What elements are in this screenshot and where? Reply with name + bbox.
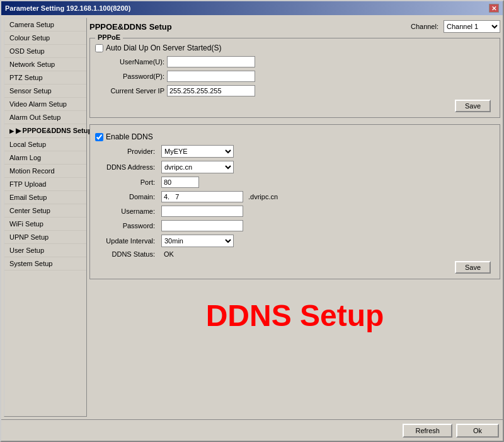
pppoe-group: PPPoE Auto Dial Up On Server Started(S) … [89, 38, 500, 118]
port-label: Port: [95, 178, 155, 186]
password-input[interactable] [167, 71, 255, 82]
auto-dial-row: Auto Dial Up On Server Started(S) [95, 44, 495, 52]
ddns-password-row: Password: [95, 220, 495, 231]
enable-ddns-row: Enable DDNS [95, 132, 495, 141]
username-row: UserName(U): [95, 56, 495, 67]
sidebar: Camera SetupColour SetupOSD SetupNetwork… [4, 18, 87, 417]
sidebar-item-15[interactable]: WiFi Setup [4, 218, 86, 231]
sidebar-item-13[interactable]: Email Setup [4, 191, 86, 204]
sidebar-item-11[interactable]: Motion Record [4, 165, 86, 178]
ddns-group: Enable DDNS Provider: MyEYE DDNS Address… [89, 124, 500, 279]
server-ip-input[interactable] [167, 85, 255, 96]
domain-label: Domain: [95, 193, 155, 201]
update-interval-row: Update Interval: 30min [95, 235, 495, 247]
refresh-button[interactable]: Refresh [403, 424, 452, 438]
big-label: DDNS Setup [89, 286, 500, 346]
auto-dial-label: Auto Dial Up On Server Started(S) [106, 44, 221, 52]
close-button[interactable]: ✕ [489, 4, 499, 13]
provider-label: Provider: [95, 148, 155, 155]
username-input[interactable] [167, 56, 255, 67]
ok-button[interactable]: Ok [456, 424, 499, 438]
window-title: Parameter Setting 192.168.1.100(8200) [5, 4, 130, 12]
sidebar-item-9[interactable]: Local Setup [4, 138, 86, 151]
ddns-address-row: DDNS Address: dvripc.cn [95, 161, 495, 173]
password-row: Password(P): [95, 71, 495, 82]
ddns-save-button[interactable]: Save [455, 261, 491, 274]
sidebar-item-0[interactable]: Camera Setup [4, 18, 86, 32]
ddns-username-label: Username: [95, 207, 155, 215]
sidebar-item-14[interactable]: Center Setup [4, 204, 86, 218]
panel-title: PPPOE&DDNS Setup [89, 22, 172, 32]
server-ip-row: Current Server IP [95, 85, 495, 96]
main-panel: PPPOE&DDNS Setup Channel: Channel 1 PPPo… [89, 18, 500, 417]
server-ip-label: Current Server IP [95, 87, 164, 95]
ddns-password-label: Password: [95, 222, 155, 230]
provider-row: Provider: MyEYE [95, 145, 495, 158]
sidebar-item-6[interactable]: Video Alarm Setup [4, 98, 86, 111]
auto-dial-checkbox[interactable] [95, 44, 103, 52]
ddns-status-row: DDNS Status: OK [95, 250, 495, 258]
enable-ddns-checkbox[interactable] [95, 133, 103, 141]
pppoe-save-button[interactable]: Save [455, 100, 491, 112]
sidebar-item-1[interactable]: Colour Setup [4, 32, 86, 45]
domain-row: Domain: .dvripc.cn [95, 191, 495, 202]
sidebar-item-4[interactable]: PTZ Setup [4, 71, 86, 84]
ddns-address-label: DDNS Address: [95, 163, 155, 171]
ddns-status-label: DDNS Status: [95, 250, 155, 258]
domain-input[interactable] [161, 191, 243, 202]
sidebar-item-17[interactable]: User Setup [4, 244, 86, 257]
title-bar: Parameter Setting 192.168.1.100(8200) ✕ [1, 1, 503, 15]
ddns-password-input[interactable] [161, 220, 243, 231]
password-label: Password(P): [95, 73, 164, 80]
sidebar-item-7[interactable]: Alarm Out Setup [4, 111, 86, 124]
sidebar-item-3[interactable]: Network Setup [4, 58, 86, 71]
bottom-bar: Refresh Ok [1, 419, 503, 441]
ddns-status-value: OK [164, 250, 174, 258]
enable-ddns-label: Enable DDNS [106, 132, 153, 141]
sidebar-item-5[interactable]: Sensor Setup [4, 84, 86, 98]
sidebar-item-2[interactable]: OSD Setup [4, 45, 86, 58]
update-interval-label: Update Interval: [95, 237, 155, 245]
pppoe-group-title: PPPoE [95, 33, 123, 41]
content-area: Camera SetupColour SetupOSD SetupNetwork… [1, 15, 503, 419]
channel-select[interactable]: Channel 1 [444, 20, 500, 33]
provider-select[interactable]: MyEYE [161, 145, 234, 158]
sidebar-item-12[interactable]: FTP Upload [4, 178, 86, 191]
channel-label: Channel: [411, 23, 438, 30]
sidebar-item-18[interactable]: System Setup [4, 257, 86, 270]
sidebar-item-8[interactable]: ▶ PPPOE&DDNS Setup [4, 124, 86, 138]
main-window: Parameter Setting 192.168.1.100(8200) ✕ … [0, 0, 504, 442]
port-row: Port: [95, 177, 495, 188]
ddns-address-select[interactable]: dvripc.cn [161, 161, 234, 173]
port-input[interactable] [161, 177, 199, 188]
username-label: UserName(U): [95, 58, 164, 66]
ddns-username-row: Username: [95, 206, 495, 217]
sidebar-item-16[interactable]: UPNP Setup [4, 231, 86, 244]
ddns-username-input[interactable] [161, 206, 243, 217]
sidebar-item-10[interactable]: Alarm Log [4, 151, 86, 165]
update-interval-select[interactable]: 30min [161, 235, 234, 247]
panel-header: PPPOE&DDNS Setup Channel: Channel 1 [89, 18, 500, 35]
domain-suffix: .dvripc.cn [248, 193, 278, 201]
